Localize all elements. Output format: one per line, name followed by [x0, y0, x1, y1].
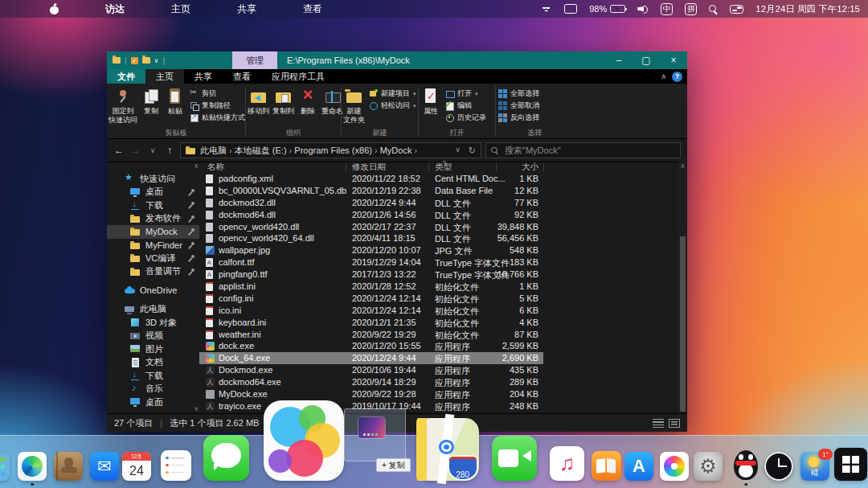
sidebar-item-图片[interactable]: 图片: [107, 342, 199, 356]
back-button[interactable]: ←: [113, 145, 125, 156]
menubar-item-3[interactable]: 共享: [237, 3, 256, 14]
menubar-item-4[interactable]: 查看: [303, 3, 322, 14]
sidebar-item-桌面[interactable]: 桌面: [107, 396, 199, 409]
file-list-scrollbar[interactable]: ∧ ∨: [678, 161, 687, 414]
menubar-item-1[interactable]: 访达: [105, 3, 125, 14]
file-row[interactable]: bc_00000LVSQV3ARNLT_05.db2020/12/19 22:3…: [199, 185, 543, 197]
dock-icon-messages[interactable]: [203, 435, 249, 481]
scrollbar-thumb[interactable]: [680, 236, 686, 412]
dock-icon-app-store[interactable]: A: [624, 452, 653, 481]
control-center-icon[interactable]: [730, 5, 743, 14]
battery-indicator[interactable]: 98% ϟ: [589, 4, 625, 14]
file-row[interactable]: config.ini2020/12/24 12:14初始化文件5 KB: [199, 293, 543, 305]
sidebar-item-MyDock[interactable]: MyDock: [107, 225, 199, 239]
dock-icon-launchpad[interactable]: [0, 452, 10, 481]
up-button[interactable]: ↑: [163, 145, 176, 156]
collapse-ribbon-icon[interactable]: ∧: [661, 72, 666, 80]
ime-pinyin-icon[interactable]: 拼: [685, 3, 697, 15]
dock-icon-microsoft-edge[interactable]: [18, 452, 47, 481]
ribbon-small-button[interactable]: 剪切: [190, 88, 245, 100]
ribbon-button[interactable]: 粘贴: [163, 86, 187, 117]
spotlight-search-icon[interactable]: [709, 5, 718, 14]
file-row[interactable]: 人dockmod64.exe2020/9/14 18:29应用程序289 KB: [199, 376, 543, 388]
dock-icon-game-center[interactable]: [264, 400, 344, 481]
file-row[interactable]: padconfig.xml2020/11/22 18:52Cent HTML D…: [199, 173, 543, 185]
ribbon-small-button[interactable]: 全部取消: [498, 100, 539, 112]
sidebar-item-MyFinder[interactable]: MyFinder: [107, 239, 199, 252]
file-row[interactable]: Dock_64.exe2020/12/24 9:44应用程序2,690 KB: [199, 352, 543, 364]
sidebar-item-音乐[interactable]: 音乐: [107, 383, 199, 396]
menubar-item-2[interactable]: 主页: [171, 3, 190, 14]
file-row[interactable]: opencv_world420.dll2020/2/17 22:37DLL 文件…: [199, 221, 543, 233]
thumbnails-view-button[interactable]: [669, 419, 680, 428]
column-header-大小[interactable]: 大小: [465, 162, 538, 173]
dock-icon-facetime[interactable]: [492, 436, 537, 481]
crumb-3[interactable]: Program Files (x86): [294, 146, 372, 155]
ribbon-button[interactable]: 复制到: [271, 86, 296, 117]
minimize-button[interactable]: –: [605, 51, 633, 69]
maximize-button[interactable]: ▢: [633, 51, 660, 69]
ribbon-button[interactable]: 移动到: [246, 86, 271, 117]
apple-menu-icon[interactable]: [50, 4, 59, 14]
recent-locations-chevron-icon[interactable]: ∨: [146, 146, 159, 154]
file-row[interactable]: wallpaper.jpg2020/12/20 10:07JPG 文件548 K…: [199, 244, 543, 256]
sidebar-item-视频[interactable]: 视频: [107, 330, 199, 343]
details-view-button[interactable]: [653, 419, 664, 428]
file-row[interactable]: applist.ini2020/1/28 12:52初始化文件1 KB: [199, 281, 543, 293]
qat-newfolder-icon[interactable]: [142, 57, 150, 64]
help-icon[interactable]: ?: [672, 72, 682, 82]
forward-button[interactable]: →: [129, 145, 142, 156]
close-button[interactable]: ×: [660, 51, 687, 69]
address-dropdown-chevron-icon[interactable]: ∨: [455, 146, 461, 156]
ribbon-button[interactable]: 删除: [296, 86, 320, 117]
column-header-修改日期[interactable]: 修改日期: [352, 162, 386, 173]
ribbon-small-button[interactable]: 全部选择: [498, 88, 539, 100]
sidebar-item-OneDrive[interactable]: OneDrive: [107, 284, 199, 297]
ribbon-button[interactable]: 复制: [139, 86, 163, 117]
sidebar-item-文档[interactable]: 文档: [107, 356, 199, 370]
ribbon-small-button[interactable]: 历史记录: [445, 112, 486, 124]
sidebar-item-下载[interactable]: 下载: [107, 199, 199, 212]
file-row[interactable]: ico.ini2020/12/24 12:14初始化文件6 KB: [199, 305, 543, 317]
ribbon-button[interactable]: 新建文件夹: [342, 86, 366, 125]
crumb-1[interactable]: 此电脑: [200, 146, 227, 155]
dock-icon-system-preferences[interactable]: ⚙: [694, 452, 723, 481]
ime-chinese-icon[interactable]: 中: [661, 3, 673, 15]
search-input[interactable]: [503, 145, 675, 156]
manage-context-tab[interactable]: 管理: [232, 51, 277, 69]
ribbon-small-button[interactable]: 打开▾: [445, 88, 486, 100]
search-box[interactable]: [485, 142, 681, 158]
sidebar-item-VC编译[interactable]: VC编译: [107, 252, 199, 265]
dock-icon-mail[interactable]: ✉: [90, 452, 119, 481]
ribbon-small-button[interactable]: 轻松访问▾: [369, 100, 416, 112]
file-row[interactable]: 人Dockmod.exe2020/10/6 19:44应用程序435 KB: [199, 364, 543, 376]
qat-properties-icon[interactable]: ✓: [131, 57, 138, 64]
file-row[interactable]: weather.ini2020/9/22 19:29初始化文件87 KB: [199, 329, 543, 341]
sidebar-item-发布软件[interactable]: 发布软件: [107, 212, 199, 226]
tab-3[interactable]: 共享: [184, 69, 223, 84]
file-row[interactable]: MyDock.exe2020/9/22 19:28应用程序204 KB: [199, 388, 543, 400]
sidebar-item-快速访问[interactable]: 快速访问: [107, 172, 199, 186]
dock-icon-clock[interactable]: [764, 452, 793, 481]
ribbon-small-button[interactable]: 复制路径: [190, 100, 245, 112]
display-icon[interactable]: [564, 4, 577, 14]
file-row[interactable]: dock.exe2020/12/20 15:55应用程序2,599 KB: [199, 340, 543, 352]
crumb-4[interactable]: MyDock: [380, 146, 412, 155]
volume-icon[interactable]: [637, 5, 649, 14]
ribbon-small-button[interactable]: 编辑: [445, 100, 486, 112]
dock-icon-contacts[interactable]: [54, 452, 83, 481]
file-row[interactable]: opencv_world420_64.dll2020/4/11 18:15DLL…: [199, 232, 543, 244]
refresh-icon[interactable]: ↻: [469, 146, 476, 156]
ribbon-small-button[interactable]: 反向选择: [498, 112, 539, 124]
column-header-名称[interactable]: 名称: [207, 162, 224, 173]
scroll-up-icon[interactable]: ∧: [678, 162, 687, 170]
ribbon-small-button[interactable]: 粘贴快捷方式: [190, 112, 245, 124]
tab-1[interactable]: 文件: [107, 69, 145, 84]
dock-icon-reminders[interactable]: [161, 450, 191, 481]
sidebar-item-桌面[interactable]: 桌面: [107, 186, 199, 199]
dock-icon-qq[interactable]: [731, 450, 761, 481]
file-row[interactable]: dockmod32.dll2020/12/24 9:44DLL 文件77 KB: [199, 197, 543, 209]
crumb-2[interactable]: 本地磁盘 (E:): [235, 146, 287, 155]
sidebar-scroll-up-icon[interactable]: ∧: [194, 162, 199, 170]
file-row[interactable]: keyboard.ini2020/12/1 21:35初始化文件4 KB: [199, 317, 543, 329]
